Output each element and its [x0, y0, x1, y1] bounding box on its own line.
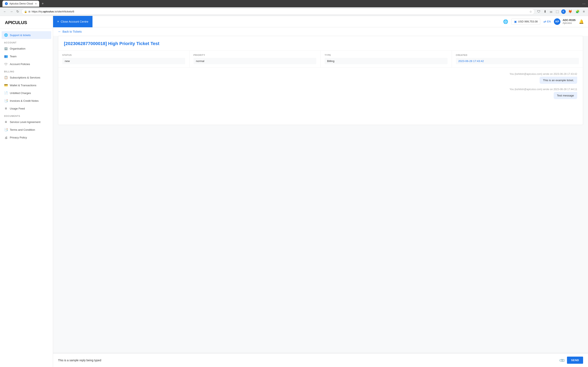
- right-panel: × Close Account Centre 🌐 ▣ USD 999,753.0…: [53, 16, 588, 367]
- sidebar-item-label: Team: [10, 55, 17, 58]
- subscriptions-icon: 📋: [4, 76, 8, 79]
- close-account-button[interactable]: × Close Account Centre: [53, 16, 93, 27]
- unbilled-icon: 📄: [4, 91, 8, 95]
- back-button[interactable]: ←: [2, 9, 7, 14]
- type-label: TYPE: [325, 54, 448, 56]
- sidebar-item-subscriptions[interactable]: 📋 Subscriptions & Services: [0, 74, 53, 81]
- sidebar-item-label: Wallet & Transactions: [10, 84, 36, 87]
- translate-icon: ⇄: [544, 20, 546, 24]
- bookmarks-icon[interactable]: ⚌: [549, 9, 553, 14]
- sidebar-item-sla[interactable]: ≡ Service Level Agreement: [0, 118, 53, 126]
- bookmark-icon[interactable]: ☆: [529, 10, 532, 13]
- balance-amount: USD 999,753.08: [518, 20, 537, 23]
- url-bar[interactable]: 🔒 ⊞ https://try.apiculus.io/site/#/ticke…: [21, 8, 535, 15]
- sidebar-item-label: Invoices & Credit Notes: [10, 99, 39, 102]
- sidebar-item-wallet[interactable]: 💳 Wallet & Transactions: [0, 81, 53, 89]
- top-header: × Close Account Centre 🌐 ▣ USD 999,753.0…: [53, 16, 588, 27]
- sidebar-item-privacy[interactable]: 🖨 Privacy Policy: [0, 133, 53, 141]
- refresh-button[interactable]: ↻: [16, 9, 20, 14]
- language-label: EN: [547, 20, 551, 23]
- type-value: Billing: [325, 58, 448, 64]
- apps-icon[interactable]: ⬚: [555, 9, 560, 14]
- created-field: CREATED 2023-06-28 17:43:42: [452, 50, 583, 67]
- sidebar-item-team[interactable]: 👥 Team: [0, 52, 53, 60]
- sidebar-item-label: Privacy Policy: [10, 136, 27, 139]
- sidebar-item-account-policies[interactable]: 🛡 Account Policies: [0, 60, 53, 68]
- profile-icon[interactable]: K: [561, 9, 566, 14]
- back-arrow-icon: ←: [58, 30, 61, 33]
- ticket-title: [2023062877000018] High Priority Ticket …: [58, 36, 583, 50]
- forward-button[interactable]: →: [9, 9, 14, 14]
- globe-icon[interactable]: 🌐: [503, 19, 508, 24]
- priority-value: normal: [194, 58, 316, 64]
- priority-label: PRIORITY: [194, 54, 316, 56]
- ticket-messages: You (kshitish@apiculus.com) wrote on 202…: [58, 68, 583, 125]
- new-tab-button[interactable]: +: [42, 2, 44, 6]
- sidebar-logo: APICULUS: [0, 16, 53, 29]
- status-field: STATUS new: [58, 50, 190, 67]
- send-button[interactable]: SEND: [567, 357, 583, 364]
- sidebar-item-label: Unbilled Charges: [10, 92, 31, 95]
- sidebar-item-unbilled[interactable]: 📄 Unbilled Charges: [0, 89, 53, 97]
- message-2-author: You (kshitish@apiculus.com) wrote on 202…: [510, 88, 577, 91]
- team-icon: 👥: [4, 54, 8, 58]
- menu-icon[interactable]: ≡: [582, 9, 586, 14]
- terms-icon: 📑: [4, 128, 8, 132]
- fox-icon[interactable]: 🦊: [567, 9, 573, 14]
- close-x-icon: ×: [57, 20, 59, 24]
- sidebar-item-terms[interactable]: 📑 Terms and Condition: [0, 126, 53, 133]
- user-code: ADC-R335: [562, 18, 576, 22]
- download-icon[interactable]: ⬇: [543, 9, 547, 14]
- privacy-icon: 🖨: [4, 136, 8, 139]
- browser-chrome: A Apiculus Demo Cloud × + ⋯: [0, 0, 588, 7]
- sidebar-item-label: Organisation: [10, 47, 26, 50]
- sidebar-item-label: Terms and Condition: [10, 128, 35, 131]
- extensions-icon[interactable]: 🛡: [536, 9, 541, 14]
- app-container: APICULUS 🌐 Support & tickets ACCOUNT 🏢 O…: [0, 16, 588, 367]
- sidebar-item-label: Subscriptions & Services: [10, 76, 40, 79]
- ticket-card: [2023062877000018] High Priority Ticket …: [58, 36, 583, 125]
- browser-tab[interactable]: A Apiculus Demo Cloud ×: [2, 1, 39, 7]
- documents-section-label: DOCUMENTS: [0, 112, 53, 118]
- back-to-tickets-link[interactable]: ← Back to Tickets: [53, 27, 588, 36]
- balance-display[interactable]: ▣ USD 999,753.08: [511, 18, 540, 25]
- back-link-text: Back to Tickets: [62, 30, 82, 33]
- sidebar-item-usage[interactable]: ≡ Usage Feed: [0, 105, 53, 112]
- window-controls: ⋯: [582, 2, 586, 6]
- message-2: You (kshitish@apiculus.com) wrote on 202…: [64, 88, 577, 99]
- message-2-bubble: Test message: [554, 92, 577, 99]
- toolbar-icons: 🛡 ⬇ ⚌ ⬚ K 🦊 🧩 ≡: [536, 9, 586, 14]
- account-section-label: ACCOUNT: [0, 39, 53, 45]
- notifications-bell-icon[interactable]: 🔔: [579, 19, 584, 24]
- reply-area: 📎 SEND: [53, 353, 588, 367]
- balance-icon: ▣: [514, 20, 517, 23]
- tab-close-button[interactable]: ×: [35, 2, 37, 5]
- message-1-bubble: This is an example ticket.: [540, 77, 577, 84]
- reply-input[interactable]: [58, 359, 557, 362]
- status-label: STATUS: [62, 54, 185, 56]
- support-icon: 🌐: [4, 33, 8, 37]
- attach-icon[interactable]: 📎: [558, 357, 566, 364]
- logo: APICULUS: [5, 20, 48, 25]
- created-label: CREATED: [456, 54, 579, 56]
- scrollable-content: ← Back to Tickets [2023062877000018] Hig…: [53, 27, 588, 353]
- avatar: KP: [554, 18, 561, 25]
- language-selector[interactable]: ⇄ EN: [544, 20, 551, 24]
- sidebar-item-label: Usage Feed: [10, 107, 25, 110]
- status-value: new: [62, 58, 185, 64]
- url-protocol: ⊞: [28, 10, 30, 13]
- tab-end: ⋯: [45, 2, 586, 6]
- sidebar-nav: 🌐 Support & tickets ACCOUNT 🏢 Organisati…: [0, 29, 53, 367]
- usage-icon: ≡: [4, 107, 8, 110]
- sidebar-item-support[interactable]: 🌐 Support & tickets: [2, 31, 51, 39]
- sla-icon: ≡: [4, 120, 8, 124]
- invoices-icon: 📑: [4, 99, 8, 103]
- priority-field: PRIORITY normal: [190, 50, 321, 67]
- sidebar-item-invoices[interactable]: 📑 Invoices & Credit Notes: [0, 97, 53, 105]
- puzzle-icon[interactable]: 🧩: [575, 9, 580, 14]
- sidebar: APICULUS 🌐 Support & tickets ACCOUNT 🏢 O…: [0, 16, 53, 367]
- user-details: ADC-R335 Apiculus: [562, 18, 576, 25]
- sidebar-item-organisation[interactable]: 🏢 Organisation: [0, 45, 53, 52]
- created-value: 2023-06-28 17:43:42: [456, 58, 579, 64]
- tab-favicon: A: [5, 2, 8, 5]
